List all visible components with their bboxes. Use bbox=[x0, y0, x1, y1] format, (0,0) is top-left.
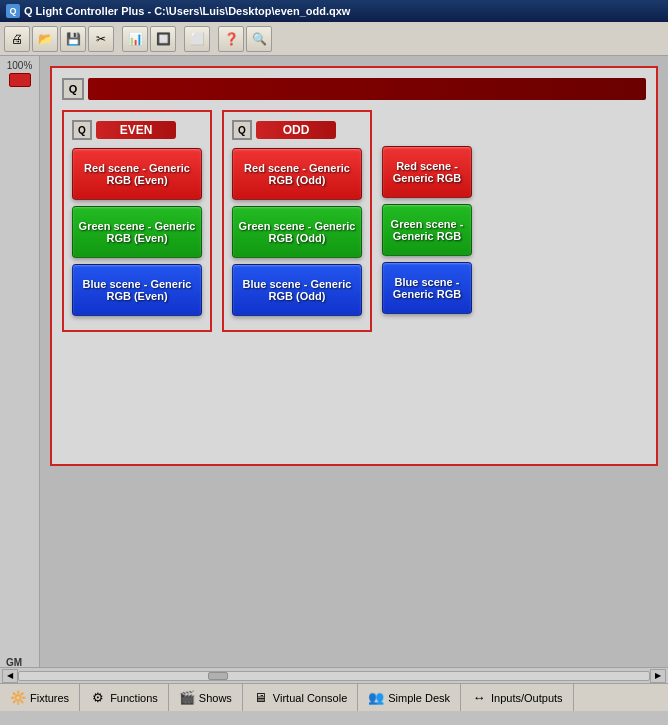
scroll-track[interactable] bbox=[18, 671, 650, 681]
tab-inputs-outputs-label: Inputs/Outputs bbox=[491, 692, 563, 704]
odd-group-header: Q ODD bbox=[232, 120, 362, 140]
tab-bar: 🔆 Fixtures ⚙ Functions 🎬 Shows 🖥 Virtual… bbox=[0, 683, 668, 711]
even-green-scene-btn[interactable]: Green scene - Generic RGB (Even) bbox=[72, 206, 202, 258]
odd-group-title: ODD bbox=[256, 121, 336, 139]
tab-inputs-outputs[interactable]: ↔ Inputs/Outputs bbox=[461, 684, 574, 711]
app-icon: Q bbox=[6, 4, 20, 18]
toolbar-fullscreen-btn[interactable]: ⬜ bbox=[184, 26, 210, 52]
tab-functions-label: Functions bbox=[110, 692, 158, 704]
toolbar-cut-btn[interactable]: ✂ bbox=[88, 26, 114, 52]
standalone-red-btn[interactable]: Red scene - Generic RGB bbox=[382, 146, 472, 198]
main-frame: Q Q EVEN Red scene - Generic RGB (Even) … bbox=[50, 66, 658, 466]
tab-functions[interactable]: ⚙ Functions bbox=[80, 684, 169, 711]
even-blue-scene-btn[interactable]: Blue scene - Generic RGB (Even) bbox=[72, 264, 202, 316]
even-group-title: EVEN bbox=[96, 121, 176, 139]
tab-simple-desk-label: Simple Desk bbox=[388, 692, 450, 704]
toolbar-open-btn[interactable]: 📂 bbox=[32, 26, 58, 52]
title-bar: Q Q Light Controller Plus - C:\Users\Lui… bbox=[0, 0, 668, 22]
odd-group: Q ODD Red scene - Generic RGB (Odd) Gree… bbox=[222, 110, 372, 332]
standalone-blue-btn[interactable]: Blue scene - Generic RGB bbox=[382, 262, 472, 314]
toolbar-new-btn[interactable]: 🖨 bbox=[4, 26, 30, 52]
scroll-thumb[interactable] bbox=[208, 672, 228, 680]
simple-desk-icon: 👥 bbox=[368, 690, 384, 706]
odd-q-icon: Q bbox=[232, 120, 252, 140]
toolbar-save-btn[interactable]: 💾 bbox=[60, 26, 86, 52]
scroll-right-arrow[interactable]: ▶ bbox=[650, 669, 666, 683]
gm-label: GM bbox=[6, 657, 22, 668]
even-red-scene-btn[interactable]: Red scene - Generic RGB (Even) bbox=[72, 148, 202, 200]
scroll-left-arrow[interactable]: ◀ bbox=[2, 669, 18, 683]
left-sidebar: 100% bbox=[0, 56, 40, 667]
title-text: Q Light Controller Plus - C:\Users\Luis\… bbox=[24, 5, 350, 17]
standalone-green-btn[interactable]: Green scene - Generic RGB bbox=[382, 204, 472, 256]
toolbar-search-btn[interactable]: 🔍 bbox=[246, 26, 272, 52]
tab-fixtures-label: Fixtures bbox=[30, 692, 69, 704]
fixtures-icon: 🔆 bbox=[10, 690, 26, 706]
toolbar-dmx-btn[interactable]: 🔲 bbox=[150, 26, 176, 52]
toolbar: 🖨 📂 💾 ✂ 📊 🔲 ⬜ ❓ 🔍 bbox=[0, 22, 668, 56]
groups-container: Q EVEN Red scene - Generic RGB (Even) Gr… bbox=[62, 110, 646, 332]
toolbar-help-btn[interactable]: ❓ bbox=[218, 26, 244, 52]
standalone-group: Red scene - Generic RGB Green scene - Ge… bbox=[382, 110, 472, 314]
virtual-console-icon: 🖥 bbox=[253, 690, 269, 706]
even-q-icon: Q bbox=[72, 120, 92, 140]
tab-shows[interactable]: 🎬 Shows bbox=[169, 684, 243, 711]
zoom-slider-container bbox=[9, 73, 31, 87]
functions-icon: ⚙ bbox=[90, 690, 106, 706]
tab-fixtures[interactable]: 🔆 Fixtures bbox=[0, 684, 80, 711]
toolbar-monitor-btn[interactable]: 📊 bbox=[122, 26, 148, 52]
canvas-area[interactable]: Q Q EVEN Red scene - Generic RGB (Even) … bbox=[40, 56, 668, 667]
odd-red-scene-btn[interactable]: Red scene - Generic RGB (Odd) bbox=[232, 148, 362, 200]
even-group-header: Q EVEN bbox=[72, 120, 202, 140]
frame-header: Q bbox=[62, 78, 646, 100]
tab-virtual-console[interactable]: 🖥 Virtual Console bbox=[243, 684, 358, 711]
odd-blue-scene-btn[interactable]: Blue scene - Generic RGB (Odd) bbox=[232, 264, 362, 316]
main-area: 100% Q Q EVEN Red scene - Generic bbox=[0, 56, 668, 667]
zoom-label: 100% bbox=[7, 60, 33, 71]
tab-shows-label: Shows bbox=[199, 692, 232, 704]
even-group: Q EVEN Red scene - Generic RGB (Even) Gr… bbox=[62, 110, 212, 332]
shows-icon: 🎬 bbox=[179, 690, 195, 706]
tab-simple-desk[interactable]: 👥 Simple Desk bbox=[358, 684, 461, 711]
odd-green-scene-btn[interactable]: Green scene - Generic RGB (Odd) bbox=[232, 206, 362, 258]
zoom-indicator[interactable] bbox=[9, 73, 31, 87]
bottom-scrollbar: ◀ ▶ bbox=[0, 667, 668, 683]
frame-q-icon: Q bbox=[62, 78, 84, 100]
tab-virtual-console-label: Virtual Console bbox=[273, 692, 347, 704]
inputs-outputs-icon: ↔ bbox=[471, 690, 487, 706]
frame-title-bar bbox=[88, 78, 646, 100]
